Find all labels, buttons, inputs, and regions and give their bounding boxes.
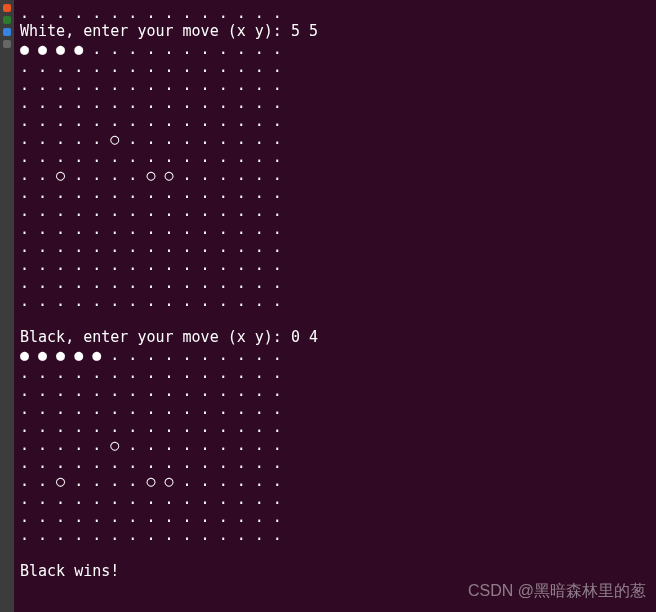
launcher-app-icon[interactable] bbox=[3, 40, 11, 48]
result-text: Black wins! bbox=[20, 562, 119, 580]
prompt-black: Black, enter your move (x y): bbox=[20, 328, 291, 346]
ubuntu-launcher bbox=[0, 0, 14, 612]
game-board-2: ● ● ● ● ● . . . . . . . . . . . . . . . … bbox=[20, 346, 282, 544]
input-white-move: 5 5 bbox=[291, 22, 318, 40]
input-black-move: 0 4 bbox=[291, 328, 318, 346]
launcher-app-icon[interactable] bbox=[3, 28, 11, 36]
game-board-1: ● ● ● ● . . . . . . . . . . . . . . . . … bbox=[20, 40, 282, 310]
terminal-window[interactable]: . . . . . . . . . . . . . . . White, ent… bbox=[14, 0, 656, 612]
prompt-white: White, enter your move (x y): bbox=[20, 22, 291, 40]
launcher-app-icon[interactable] bbox=[3, 4, 11, 12]
launcher-app-icon[interactable] bbox=[3, 16, 11, 24]
board-top-edge: . . . . . . . . . . . . . . . bbox=[20, 4, 282, 22]
